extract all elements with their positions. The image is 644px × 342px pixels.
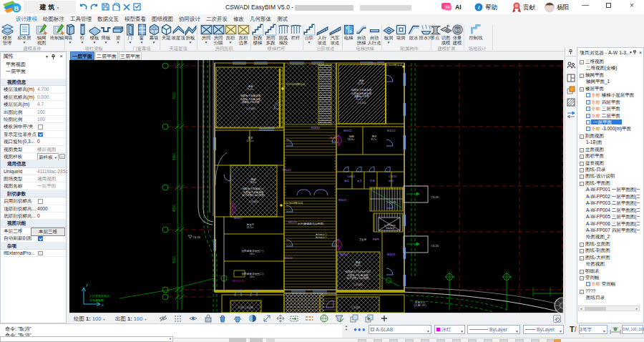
svg-text:M1021: M1021 (338, 199, 347, 202)
svg-text:x: x (102, 303, 104, 307)
svg-text:M1022: M1022 (387, 130, 396, 132)
svg-text:常闭防火门: 常闭防火门 (316, 233, 327, 236)
svg-text:71.5㎡: 71.5㎡ (247, 88, 255, 91)
svg-text:M1021: M1021 (387, 253, 396, 256)
svg-text:55㎡: 55㎡ (250, 253, 255, 255)
svg-text:▽4.20: ▽4.20 (431, 195, 439, 199)
svg-text:13.4㎡: 13.4㎡ (348, 138, 356, 141)
svg-text:▽-0.450: ▽-0.450 (351, 306, 360, 309)
svg-text:大厅(兼健身活动用房): 大厅(兼健身活动用房) (298, 222, 324, 225)
svg-text:4800: 4800 (172, 204, 176, 212)
svg-text:库房10.7㎡: 库房10.7㎡ (233, 279, 245, 283)
svg-text:55㎡: 55㎡ (250, 275, 255, 278)
svg-text:-1.5% ▽-0.450: -1.5% ▽-0.450 (238, 306, 253, 309)
svg-text:y: y (86, 283, 88, 287)
svg-text:详见建施图: 详见建施图 (89, 298, 104, 302)
svg-text:220.N008配电箱: 220.N008配电箱 (286, 82, 306, 86)
svg-text:M1830: M1830 (311, 127, 320, 130)
svg-text:淋浴: 淋浴 (344, 180, 349, 182)
svg-text:墙面做法见建施图: 墙面做法见建施图 (351, 92, 372, 95)
svg-text:住宅信报箱: 住宅信报箱 (384, 224, 396, 227)
svg-text:M1021: M1021 (283, 169, 291, 172)
svg-text:更衣: 更衣 (248, 136, 253, 140)
svg-text:▽4.20: ▽4.20 (192, 235, 201, 239)
svg-text:地面做法见建施图: 地面做法见建施图 (240, 94, 261, 97)
svg-text:28.6㎡: 28.6㎡ (250, 181, 258, 184)
svg-text:健身: 健身 (358, 79, 364, 82)
svg-text:25.6㎡: 25.6㎡ (354, 264, 362, 267)
svg-text:FM甲: FM甲 (373, 238, 379, 241)
svg-text:全民健身活动室(二): 全民健身活动室(二) (241, 272, 263, 275)
svg-text:M1021: M1021 (340, 253, 348, 256)
svg-text:67.8㎡: 67.8㎡ (358, 82, 366, 85)
svg-text:C0612: C0612 (347, 175, 355, 178)
svg-text:器械: 器械 (355, 261, 361, 264)
svg-text:全民健身活动室(一): 全民健身活动室(一) (241, 249, 263, 253)
svg-text:▽-0.050: ▽-0.050 (353, 283, 363, 286)
svg-text:B: B (14, 5, 19, 12)
svg-text:M0921: M0921 (234, 217, 243, 220)
svg-text:做法详图4.3m(详图): 做法详图4.3m(详图) (242, 193, 265, 197)
svg-text:厨房: 厨房 (371, 135, 377, 138)
svg-text:详建施图: 详建施图 (386, 227, 395, 230)
svg-text:库房: 库房 (370, 180, 375, 182)
svg-text:卫生间: 卫生间 (359, 238, 367, 241)
svg-text:M1523: M1523 (288, 221, 297, 224)
svg-text:器械: 器械 (250, 178, 256, 181)
svg-text:顶棚做法详图: 顶棚做法详图 (353, 94, 369, 98)
svg-text:地面做法2750mm/750: 地面做法2750mm/750 (344, 270, 370, 273)
svg-text:▽-0.050: ▽-0.050 (249, 200, 258, 203)
svg-text:车库入口: 车库入口 (415, 301, 425, 304)
svg-text:▽-0.050: ▽-0.050 (357, 102, 366, 104)
svg-text:墙面做法见.建施图: 墙面做法见.建施图 (346, 274, 369, 277)
svg-text:(入库门厅): (入库门厅) (414, 303, 426, 307)
svg-text:8400: 8400 (172, 152, 176, 160)
svg-text:8000: 8000 (172, 255, 176, 263)
svg-text:健身: 健身 (248, 85, 253, 88)
svg-text:保洁: 保洁 (389, 180, 394, 182)
svg-text:地面做法见建施图: 地面做法见建施图 (351, 89, 372, 92)
svg-text:淋浴间: 淋浴间 (330, 137, 338, 140)
svg-text:顶棚做法见详图: 顶棚做法见详图 (241, 100, 260, 104)
svg-text:地面做法同建施(一): 地面做法同建施(一) (241, 187, 264, 190)
svg-text:C0612: C0612 (389, 175, 396, 178)
svg-text:C2424: C2424 (369, 62, 376, 65)
svg-text:2×175: 2×175 (390, 201, 396, 204)
svg-text:▽4.20: ▽4.20 (431, 244, 439, 248)
svg-text:更衣: 更衣 (357, 180, 362, 182)
svg-text:▽-0.050: ▽-0.050 (246, 107, 255, 110)
svg-text:17.1㎡: 17.1㎡ (247, 140, 255, 142)
svg-text:220.N008配电箱: 220.N008配电箱 (284, 201, 303, 205)
svg-text:保姆: 保姆 (348, 135, 354, 138)
svg-text:做法详图4.3m(详图): 做法详图4.3m(详图) (346, 276, 369, 280)
svg-text:墙面做法见建施图: 墙面做法见建施图 (240, 98, 261, 101)
svg-text:墙面做法见建施图: 墙面做法见建施图 (243, 191, 264, 194)
svg-text:220.N008配电箱: 220.N008配电箱 (384, 63, 403, 67)
svg-text:3600: 3600 (172, 92, 176, 99)
svg-text:休息厅: 休息厅 (247, 223, 255, 226)
svg-text:8.7㎡: 8.7㎡ (371, 138, 378, 141)
svg-text:常闭防火门: 常闭防火门 (316, 236, 327, 239)
svg-text:21.1㎡: 21.1㎡ (247, 226, 255, 229)
svg-text:M1523: M1523 (284, 257, 293, 260)
svg-text:M0921: M0921 (343, 130, 352, 132)
